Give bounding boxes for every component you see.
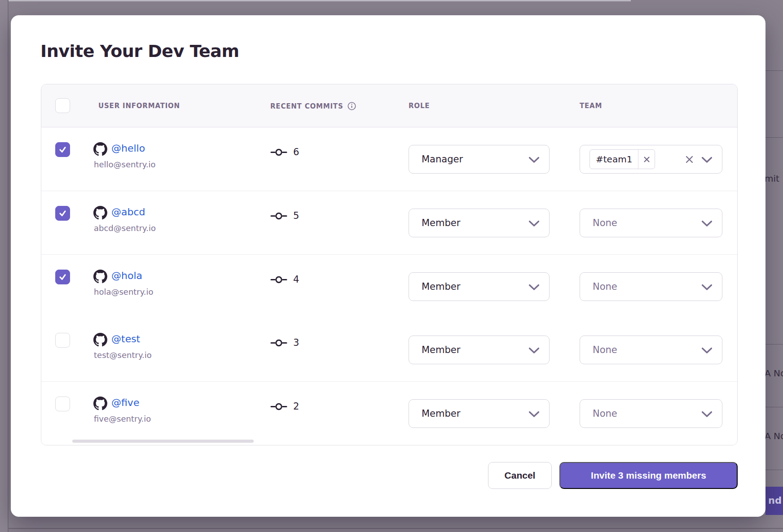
table-row: @hola hola@sentry.io 4 Member None [41, 255, 737, 318]
github-icon [93, 333, 107, 347]
user-email: test@sentry.io [94, 350, 152, 360]
github-handle-link[interactable]: @test [111, 333, 140, 344]
team-select-value: None [593, 281, 617, 292]
role-select[interactable]: Member [409, 399, 550, 428]
git-commit-icon [270, 275, 287, 284]
team-tag-label: #team1 [590, 150, 638, 169]
select-all-checkbox[interactable] [55, 98, 70, 113]
git-commit-icon [270, 402, 287, 411]
table-row: @hello hello@sentry.io 6 Manager #team1 [41, 127, 737, 191]
recent-commits-cell: 4 [270, 274, 299, 285]
chevron-down-icon [528, 220, 540, 227]
chevron-down-icon [701, 220, 713, 227]
invite-table: USER INFORMATION RECENT COMMITS ROLE TEA… [41, 84, 738, 445]
horizontal-scrollbar[interactable] [72, 440, 254, 443]
column-header-commits: RECENT COMMITS [270, 102, 356, 110]
close-icon[interactable] [685, 155, 694, 164]
role-select[interactable]: Manager [409, 145, 550, 174]
role-select-value: Member [422, 344, 460, 355]
team-select[interactable]: None [580, 272, 722, 301]
column-header-user: USER INFORMATION [98, 102, 180, 110]
commit-count: 4 [293, 274, 299, 285]
background-text-fragment: A No [765, 431, 783, 441]
page-title: Invite Your Dev Team [40, 41, 239, 61]
recent-commits-cell: 5 [270, 210, 299, 221]
row-checkbox[interactable] [55, 333, 70, 348]
github-handle-link[interactable]: @abcd [111, 206, 145, 218]
role-select[interactable]: Member [409, 272, 550, 301]
github-icon [93, 397, 107, 410]
recent-commits-cell: 6 [270, 147, 299, 157]
chevron-down-icon [528, 411, 540, 418]
team-select-value: None [593, 408, 617, 419]
team-select[interactable]: None [580, 209, 722, 237]
git-commit-icon [270, 338, 287, 348]
background-page-bottom-line [9, 528, 783, 529]
background-text-fragment: mit [765, 173, 779, 184]
close-icon[interactable] [638, 150, 655, 169]
info-icon[interactable] [348, 102, 356, 110]
table-row: @five five@sentry.io 2 Member None [41, 382, 737, 445]
chevron-down-icon [528, 347, 540, 354]
github-icon [93, 270, 107, 283]
background-row-line [765, 70, 783, 71]
commit-count: 5 [293, 210, 299, 221]
row-checkbox[interactable] [55, 397, 70, 411]
user-email: hello@sentry.io [94, 160, 156, 169]
role-select-value: Member [422, 218, 460, 228]
role-select-value: Member [422, 281, 460, 292]
chevron-down-icon [528, 284, 540, 291]
team-select-value: None [593, 344, 617, 355]
commit-count: 3 [293, 337, 299, 348]
team-select-value: None [593, 218, 617, 228]
user-email: five@sentry.io [94, 414, 151, 423]
github-handle-link[interactable]: @five [111, 397, 139, 408]
github-handle-link[interactable]: @hello [111, 143, 145, 154]
github-icon [93, 206, 107, 220]
team-select[interactable]: #team1 [580, 145, 722, 174]
role-select[interactable]: Member [409, 336, 550, 364]
github-icon [93, 142, 107, 156]
role-select[interactable]: Member [409, 209, 550, 237]
team-tag: #team1 [589, 149, 655, 169]
column-header-team: TEAM [580, 102, 602, 110]
background-row-line [765, 407, 783, 407]
cancel-button[interactable]: Cancel [488, 462, 552, 489]
chevron-down-icon [701, 347, 713, 354]
role-select-value: Manager [422, 154, 463, 165]
invite-dev-team-modal: Invite Your Dev Team USER INFORMATION RE… [11, 15, 765, 517]
commit-count: 2 [293, 401, 299, 412]
git-commit-icon [270, 211, 287, 221]
git-commit-icon [270, 148, 287, 157]
table-header-row: USER INFORMATION RECENT COMMITS ROLE TEA… [41, 84, 737, 127]
column-header-role: ROLE [409, 102, 430, 110]
background-row-line [765, 470, 783, 470]
invite-members-button[interactable]: Invite 3 missing members [559, 462, 738, 489]
recent-commits-cell: 2 [270, 401, 299, 412]
chevron-down-icon [528, 157, 540, 163]
column-header-commits-label: RECENT COMMITS [270, 102, 343, 110]
team-select[interactable]: None [580, 336, 722, 364]
user-email: hola@sentry.io [94, 287, 154, 297]
row-checkbox[interactable] [55, 270, 70, 284]
commit-count: 6 [293, 147, 299, 157]
table-row: @abcd abcd@sentry.io 5 Member None [41, 191, 737, 255]
background-page-divider [8, 0, 9, 532]
recent-commits-cell: 3 [270, 337, 299, 348]
background-row-line [765, 344, 783, 344]
background-row-line [765, 137, 783, 138]
background-send-button-fragment: nd [765, 487, 783, 515]
user-email: abcd@sentry.io [94, 223, 156, 233]
table-row: @test test@sentry.io 3 Member None [41, 318, 737, 382]
background-text-fragment: A No [765, 368, 783, 379]
role-select-value: Member [422, 408, 460, 419]
chevron-down-icon [701, 411, 713, 418]
team-select[interactable]: None [580, 399, 722, 428]
background-page-edge [0, 0, 8, 532]
chevron-down-icon [701, 284, 713, 291]
row-checkbox[interactable] [55, 142, 70, 157]
github-handle-link[interactable]: @hola [111, 270, 142, 281]
row-checkbox[interactable] [55, 206, 70, 221]
chevron-down-icon [701, 157, 713, 163]
background-panel-top-sliver [9, 0, 631, 1]
